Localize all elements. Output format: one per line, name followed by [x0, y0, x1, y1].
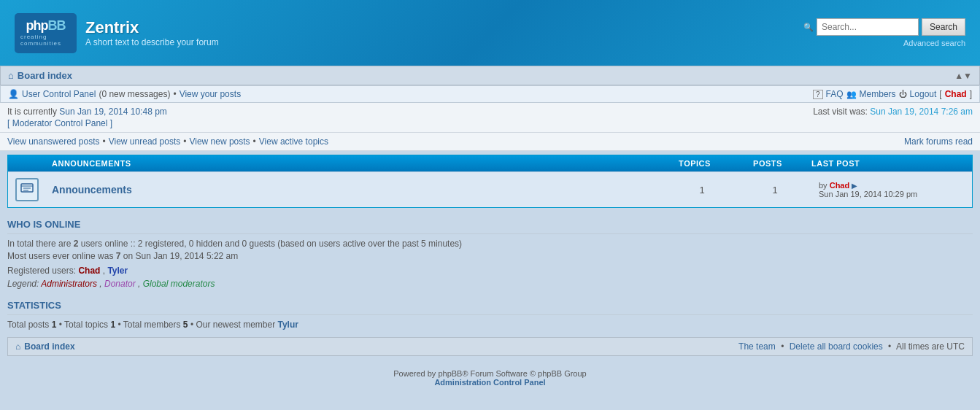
view-active-link[interactable]: View active topics — [259, 136, 328, 147]
total-posts-label: Total posts — [7, 320, 49, 330]
user-bar: 👤 User Control Panel (0 new messages) • … — [0, 85, 980, 103]
max-suffix: on Sun Jan 19, 2014 5:22 am — [123, 251, 238, 261]
search-button[interactable]: Search — [922, 18, 965, 36]
advanced-search-link[interactable]: Advanced search — [903, 39, 965, 47]
the-team-link[interactable]: The team — [738, 341, 776, 352]
legend-admins: Administrators — [41, 279, 97, 289]
mod-panel-link[interactable]: [ Moderator Control Panel ] — [7, 118, 112, 128]
who-online-total: In total there are 2 users online :: 2 r… — [7, 239, 973, 249]
stats-sep2: • — [117, 320, 120, 330]
forum-icon-cell — [8, 178, 46, 201]
who-online-header: WHO IS ONLINE — [7, 215, 973, 234]
view-unanswered-link[interactable]: View unanswered posts — [7, 136, 100, 147]
statistics-header: STATISTICS — [7, 296, 973, 315]
breadcrumb: ⌂ Board index — [8, 70, 72, 81]
new-messages: (0 new messages) — [99, 89, 170, 99]
total-members-label: Total members — [123, 320, 181, 330]
timezone-text: All times are UTC — [896, 341, 965, 352]
admin-panel-link[interactable]: Administration Control Panel — [434, 378, 545, 387]
site-title: Zentrix — [85, 18, 219, 37]
faq-link[interactable]: FAQ — [826, 89, 844, 99]
forum-table-header: ANNOUNCEMENTS TOPICS POSTS LAST POST — [8, 155, 972, 171]
delete-cookies-link[interactable]: Delete all board cookies — [790, 341, 883, 352]
total-members-num: 5 — [183, 320, 188, 330]
powered-by: Powered by phpBB® Forum Software © phpBB… — [6, 369, 974, 378]
resize-icons[interactable]: ▲▼ — [954, 71, 972, 81]
forum-icon — [15, 178, 39, 201]
legend-gmods: Global moderators — [143, 279, 215, 289]
footer-board-index-bar: ⌂ Board index The team • Delete all boar… — [7, 337, 973, 356]
total-posts-num: 1 — [52, 320, 57, 330]
who-online-max: Most users ever online was 7 on Sun Jan … — [7, 251, 973, 261]
board-index-bar: ⌂ Board index ▲▼ — [0, 66, 980, 85]
footer-sep1: • — [781, 341, 784, 352]
forum-topics: 1 — [665, 185, 738, 196]
user-bracket: [ — [939, 89, 941, 99]
lastpost-time: Sun Jan 19, 2014 10:29 pm — [819, 190, 917, 198]
stats-sep3: • — [190, 320, 193, 330]
col-lastpost: LAST POST — [804, 159, 965, 168]
forum-name-link[interactable]: Announcements — [52, 184, 132, 196]
ucp-link[interactable]: User Control Panel — [22, 89, 96, 99]
logout-icon: ⏻ — [899, 90, 907, 98]
last-visit-value: Sun Jan 19, 2014 7:26 am — [870, 107, 973, 117]
newest-user-link[interactable]: Tylur — [277, 320, 298, 330]
search-input[interactable] — [817, 18, 919, 36]
user-bar-right: ? FAQ 👥 Members ⏻ Logout [ Chad ] — [813, 89, 972, 99]
members-icon: 👥 — [846, 90, 857, 99]
reg-user2-link[interactable]: Tyler — [107, 266, 128, 276]
forum-icon-svg — [20, 182, 34, 197]
ucp-icon: 👤 — [8, 89, 19, 99]
reg-user1-link[interactable]: Chad — [78, 266, 100, 276]
faq-icon: ? — [813, 90, 823, 99]
search-row: 🔍 Search — [803, 18, 965, 36]
info-bar-left: It is currently Sun Jan 19, 2014 10:48 p… — [7, 107, 167, 128]
info-bar: It is currently Sun Jan 19, 2014 10:48 p… — [0, 103, 980, 133]
members-link[interactable]: Members — [860, 89, 896, 99]
statistics-text: Total posts 1 • Total topics 1 • Total m… — [7, 320, 973, 330]
mark-read-link[interactable]: Mark forums read — [904, 136, 973, 147]
new-messages-count: 0 new messages — [101, 89, 167, 99]
board-index-link[interactable]: Board index — [18, 70, 72, 81]
lastpost-user-link[interactable]: Chad — [830, 181, 850, 190]
view-new-link[interactable]: View new posts — [189, 136, 250, 147]
total-suffix: users online :: 2 registered, 0 hidden a… — [81, 239, 462, 249]
view-posts-link[interactable]: View your posts — [180, 89, 242, 99]
lastpost-icon: ▶ — [852, 182, 857, 190]
current-time-value: Sun Jan 19, 2014 10:48 pm — [59, 107, 166, 117]
site-header: phpBB creating communities Zentrix A sho… — [0, 0, 980, 66]
site-identity: Zentrix A short text to describe your fo… — [85, 18, 219, 47]
nav-sep-1: • — [103, 136, 106, 147]
statistics-section: STATISTICS Total posts 1 • Total topics … — [7, 296, 973, 330]
bullet-sep: • — [173, 89, 176, 99]
footer-board-index-link[interactable]: Board index — [24, 341, 74, 352]
phpbb-logo: phpBB creating communities — [15, 13, 77, 53]
last-visit-label: Last visit was: — [813, 107, 870, 117]
logo-text: phpBB — [26, 19, 66, 32]
footer-breadcrumb: ⌂ Board index — [15, 341, 75, 352]
max-label: Most users ever online was — [7, 251, 113, 261]
reg-label: Registered users: — [7, 266, 78, 276]
view-unread-link[interactable]: View unread posts — [109, 136, 181, 147]
stats-sep1: • — [59, 320, 62, 330]
logout-link[interactable]: Logout — [910, 89, 937, 99]
home-icon: ⌂ — [8, 70, 14, 81]
nav-links: View unanswered posts • View unread post… — [7, 136, 328, 147]
site-description: A short text to describe your forum — [85, 37, 219, 47]
total-topics-num: 1 — [110, 320, 115, 330]
forum-title-cell: Announcements — [8, 178, 665, 201]
search-icon: 🔍 — [803, 23, 814, 32]
forum-lastpost: by Chad ▶ Sun Jan 19, 2014 10:29 pm — [811, 181, 972, 198]
who-online-section: WHO IS ONLINE In total there are 2 users… — [7, 215, 973, 289]
col-forum: ANNOUNCEMENTS — [15, 159, 658, 168]
total-label: In total there are — [7, 239, 71, 249]
total-num: 2 — [74, 239, 79, 249]
logo-tagline: creating communities — [20, 34, 71, 47]
col-topics: TOPICS — [658, 159, 731, 168]
username-link[interactable]: Chad — [945, 89, 967, 99]
legend-donator: Donator — [104, 279, 136, 289]
table-row: Announcements 1 1 by Chad ▶ Sun Jan 19, … — [8, 171, 972, 207]
total-topics-label: Total topics — [64, 320, 108, 330]
current-time: It is currently Sun Jan 19, 2014 10:48 p… — [7, 107, 167, 117]
newest-label: Our newest member — [196, 320, 275, 330]
